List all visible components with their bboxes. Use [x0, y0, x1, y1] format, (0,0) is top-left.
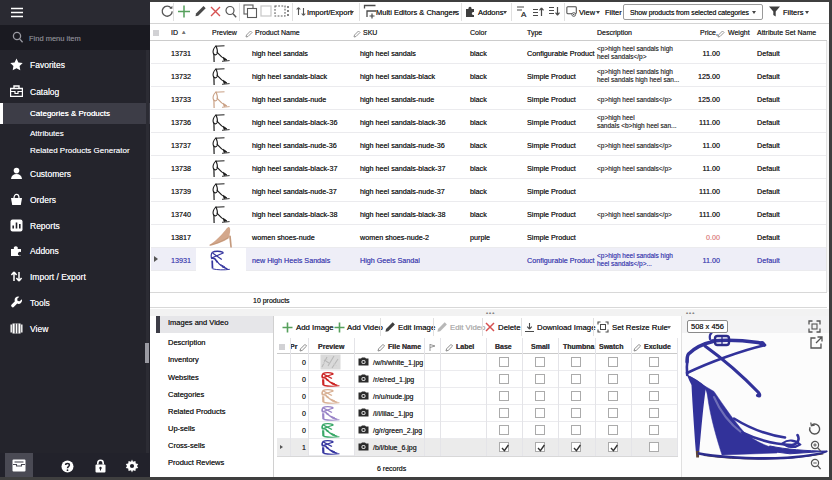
svg-text:A: A — [521, 10, 527, 18]
